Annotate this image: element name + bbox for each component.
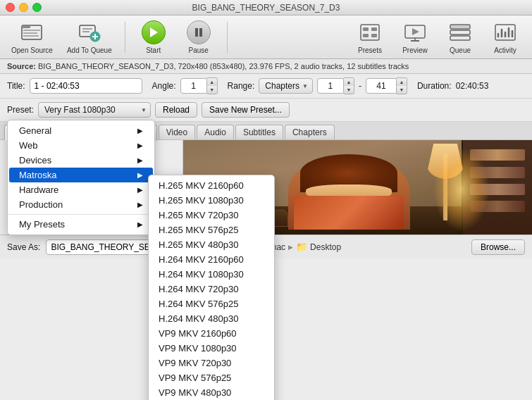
menu-arrow-web-icon: ▶ <box>137 142 143 149</box>
svg-rect-16 <box>371 27 377 31</box>
submenu-vp9-1080[interactable]: VP9 MKV 1080p30 <box>149 341 274 356</box>
svg-rect-25 <box>450 36 470 40</box>
svg-rect-24 <box>450 30 470 35</box>
svg-rect-26 <box>451 25 469 28</box>
menu-item-matroska[interactable]: Matroska ▶ <box>9 168 153 182</box>
angle-label: Angle: <box>152 81 176 91</box>
folder-name: Desktop <box>310 242 341 252</box>
submenu-h264-720[interactable]: H.264 MKV 720p30 <box>149 282 274 296</box>
add-to-queue-label: Add To Queue <box>67 46 112 54</box>
submenu-vp9-576[interactable]: VP9 MKV 576p25 <box>149 370 274 385</box>
start-icon <box>142 20 166 44</box>
activity-label: Activity <box>494 46 516 54</box>
minimize-button[interactable] <box>19 3 28 12</box>
from-down-button[interactable]: ▼ <box>344 86 354 94</box>
folder-icon: 📁 <box>296 242 307 252</box>
duration-label: Duration: <box>417 81 452 91</box>
duration-value: 02:40:53 <box>456 81 489 91</box>
submenu-vp9-2160[interactable]: VP9 MKV 2160p60 <box>149 326 274 341</box>
preset-row: Preset: Very Fast 1080p30 Reload Save Ne… <box>0 99 532 122</box>
submenu-vp9-720[interactable]: VP9 MKV 720p30 <box>149 356 274 370</box>
angle-spinner: 1 ▲ ▼ <box>180 77 218 94</box>
preset-label: Preset: <box>7 105 34 115</box>
svg-rect-1 <box>22 25 30 28</box>
menu-item-devices[interactable]: Devices ▶ <box>9 153 153 168</box>
from-up-button[interactable]: ▲ <box>344 78 354 86</box>
range-select[interactable]: Chapters ▼ <box>259 78 313 94</box>
svg-rect-13 <box>199 28 202 37</box>
presets-button[interactable]: Presets <box>350 18 390 57</box>
start-button[interactable]: Start <box>134 18 173 57</box>
open-source-label: Open Source <box>11 46 53 54</box>
svg-rect-2 <box>23 30 40 31</box>
preset-select-wrap: Very Fast 1080p30 <box>38 102 151 118</box>
queue-label: Queue <box>450 46 471 54</box>
range-arrow-icon: ▼ <box>302 83 308 89</box>
menu-item-my-presets[interactable]: My Presets ▶ <box>9 217 153 232</box>
browse-button[interactable]: Browse... <box>471 239 525 255</box>
angle-up-button[interactable]: ▲ <box>207 78 217 86</box>
tab-subtitles[interactable]: Subtitles <box>235 125 283 139</box>
start-label: Start <box>146 46 161 54</box>
add-to-queue-button[interactable]: Add To Queue <box>63 18 116 57</box>
submenu-h265-1080[interactable]: H.265 MKV 1080p30 <box>149 193 274 208</box>
tab-video[interactable]: Video <box>159 125 195 139</box>
toolbar: Open Source Add To Queue Start <box>0 15 532 59</box>
submenu-h264-576[interactable]: H.264 MKV 576p25 <box>149 296 274 311</box>
from-value[interactable]: 1 <box>317 78 344 94</box>
menu-item-hardware[interactable]: Hardware ▶ <box>9 182 153 197</box>
submenu-h265-576[interactable]: H.265 MKV 576p25 <box>149 223 274 237</box>
angle-value[interactable]: 1 <box>180 78 207 94</box>
svg-marker-11 <box>150 27 158 37</box>
open-source-button[interactable]: Open Source <box>7 18 57 57</box>
range-value: Chapters <box>265 81 299 91</box>
close-button[interactable] <box>6 3 15 12</box>
angle-down-button[interactable]: ▼ <box>207 86 217 94</box>
submenu-h264-2160[interactable]: H.264 MKV 2160p60 <box>149 252 274 267</box>
save-as-label: Save As: <box>7 242 40 252</box>
queue-button[interactable]: Queue <box>440 18 480 57</box>
submenu-h264-1080[interactable]: H.264 MKV 1080p30 <box>149 267 274 282</box>
to-down-button[interactable]: ▼ <box>397 86 407 94</box>
menu-item-production[interactable]: Production ▶ <box>9 197 153 212</box>
menu-item-web[interactable]: Web ▶ <box>9 138 153 153</box>
menu-arrow-devices-icon: ▶ <box>137 156 143 164</box>
queue-icon <box>448 20 472 44</box>
presets-icon <box>358 20 382 44</box>
pause-icon <box>187 20 211 44</box>
menu-arrow-matroska-icon: ▶ <box>137 171 143 179</box>
svg-rect-14 <box>361 25 379 40</box>
svg-rect-18 <box>371 34 377 37</box>
to-value[interactable]: 41 <box>366 78 397 94</box>
preview-icon <box>403 20 427 44</box>
save-new-preset-button[interactable]: Save New Preset... <box>202 102 290 118</box>
title-row: Title: Angle: 1 ▲ ▼ Range: Chapters ▼ 1 … <box>0 74 532 99</box>
svg-rect-17 <box>363 34 369 37</box>
menu-item-general[interactable]: General ▶ <box>9 123 153 138</box>
to-up-button[interactable]: ▲ <box>397 78 407 86</box>
window-title: BIG_BANG_THEORY_SEASON_7_D3 <box>192 3 340 13</box>
reload-button[interactable]: Reload <box>155 102 197 118</box>
maximize-button[interactable] <box>32 3 42 12</box>
presets-label: Presets <box>358 46 382 54</box>
submenu-h265-480[interactable]: H.265 MKV 480p30 <box>149 237 274 252</box>
svg-rect-3 <box>23 32 37 34</box>
menu-arrow-general-icon: ▶ <box>137 127 143 135</box>
title-input[interactable] <box>30 78 142 94</box>
svg-marker-22 <box>412 28 419 35</box>
submenu-h264-480[interactable]: H.264 MKV 480p30 <box>149 311 274 326</box>
submenu-h265-720[interactable]: H.265 MKV 720p30 <box>149 208 274 223</box>
source-label: Source: <box>7 62 38 70</box>
tab-chapters[interactable]: Chapters <box>285 125 335 139</box>
title-label: Title: <box>7 81 25 91</box>
pause-button[interactable]: Pause <box>179 18 218 57</box>
to-dash: - <box>359 81 361 91</box>
preview-button[interactable]: Preview <box>395 18 435 57</box>
preset-select[interactable]: Very Fast 1080p30 <box>38 102 151 118</box>
activity-button[interactable]: Activity <box>485 18 525 57</box>
submenu-vp9-480[interactable]: VP9 MKV 480p30 <box>149 385 274 400</box>
tab-audio[interactable]: Audio <box>197 125 234 139</box>
toolbar-separator-2 <box>227 22 228 53</box>
submenu-h265-2160[interactable]: H.265 MKV 2160p60 <box>149 178 274 193</box>
open-source-icon <box>20 20 44 44</box>
